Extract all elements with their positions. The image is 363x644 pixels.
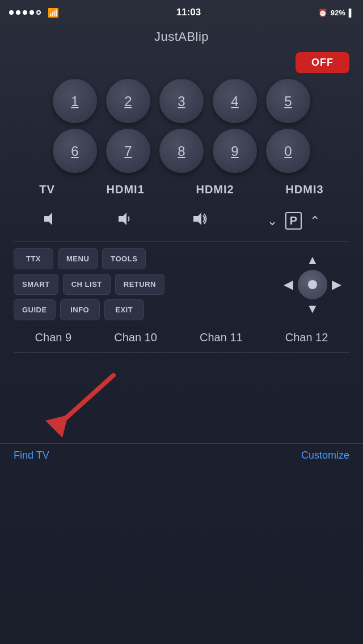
chan-11-button[interactable]: Chan 11 [200,331,243,344]
return-button[interactable]: RETURN [115,274,164,295]
volume-up-button[interactable] [187,207,214,234]
divider-1 [14,241,349,242]
smart-button[interactable]: SMART [14,274,58,295]
source-hdmi1-button[interactable]: HDMI1 [107,183,145,196]
channel-down-button[interactable]: ⌄ [261,210,283,232]
num-1-button[interactable]: 1 [53,79,97,123]
ttx-button[interactable]: TTX [14,248,53,269]
battery-percent: 92% [331,9,345,17]
num-7-button[interactable]: 7 [106,129,150,173]
channel-p-label: P [285,212,302,230]
exit-button[interactable]: EXIT [104,299,144,320]
status-time: 11:03 [176,7,201,18]
volume-up-icon [192,211,208,227]
channel-row: Chan 9 Chan 10 Chan 11 Chan 12 [0,325,363,352]
num-0-button[interactable]: 0 [266,129,310,173]
source-tv-button[interactable]: TV [39,183,55,196]
nav-center-dot [308,280,317,289]
find-tv-button[interactable]: Find TV [14,450,49,461]
source-row: TV HDMI1 HDMI2 HDMI3 [0,181,363,205]
guide-button[interactable]: GUIDE [14,299,56,320]
num-9-button[interactable]: 9 [213,129,257,173]
mute-button[interactable] [37,207,65,234]
info-button[interactable]: INFO [60,299,100,320]
off-btn-row: OFF [0,52,363,79]
chan-9-button[interactable]: Chan 9 [35,331,72,344]
volume-down-icon [117,211,133,227]
svg-marker-1 [119,213,126,225]
numpad-row-1: 1 2 3 4 5 [53,79,310,123]
dot-4 [29,10,34,15]
bottom-bar: Find TV Customize [0,443,363,473]
num-3-button[interactable]: 3 [159,79,204,123]
app-title: JustABlip [0,25,363,52]
numpad-row-2: 6 7 8 9 0 [53,129,310,173]
signal-dots [9,10,41,15]
battery-icon: ▌ [349,9,354,17]
nav-center-button[interactable] [298,270,327,299]
svg-marker-2 [193,213,201,225]
nav-middle-row: ◀ ▶ [279,270,346,299]
menu-button[interactable]: MENU [58,248,98,269]
off-button[interactable]: OFF [296,52,349,73]
dot-5 [36,10,41,15]
num-6-button[interactable]: 6 [53,129,97,173]
num-8-button[interactable]: 8 [159,129,204,173]
alarm-icon: ⏰ [318,9,327,17]
tools-button[interactable]: TOOLS [102,248,146,269]
num-2-button[interactable]: 2 [106,79,150,123]
dot-3 [23,10,27,15]
status-right: ⏰ 92% ▌ [318,9,354,17]
svg-marker-4 [45,415,68,438]
source-hdmi3-button[interactable]: HDMI3 [285,183,323,196]
ctrl-left: TTX MENU TOOLS SMART CH LIST RETURN GUID… [14,248,269,321]
num-4-button[interactable]: 4 [213,79,257,123]
source-hdmi2-button[interactable]: HDMI2 [196,183,234,196]
arrow-indicator [34,364,136,443]
customize-button[interactable]: Customize [301,450,349,461]
dot-1 [9,10,14,15]
ctrl-row-3: GUIDE INFO EXIT [14,299,269,320]
chan-12-button[interactable]: Chan 12 [285,331,328,344]
volume-row: ⌄ P ⌃ [0,205,363,241]
nav-pad: ▲ ◀ ▶ ▼ [276,248,349,321]
numpad: 1 2 3 4 5 6 7 8 9 0 [0,79,363,181]
volume-down-button[interactable] [112,207,139,234]
ctrl-row-1: TTX MENU TOOLS [14,248,269,269]
ctrl-row-2: SMART CH LIST RETURN [14,274,269,295]
dot-2 [16,10,20,15]
arrow-area [0,353,363,443]
channel-up-button[interactable]: ⌃ [304,210,326,232]
svg-marker-0 [44,213,52,225]
chlist-button[interactable]: CH LIST [63,274,111,295]
wifi-icon: 📶 [48,7,59,18]
nav-right-button[interactable]: ▶ [327,275,346,294]
control-grid: TTX MENU TOOLS SMART CH LIST RETURN GUID… [0,248,363,325]
nav-down-button[interactable]: ▼ [302,299,323,319]
mute-icon [43,211,59,227]
chan-10-button[interactable]: Chan 10 [114,331,157,344]
nav-left-button[interactable]: ◀ [279,275,298,294]
status-bar: 📶 11:03 ⏰ 92% ▌ [0,0,363,25]
status-left: 📶 [9,7,59,18]
num-5-button[interactable]: 5 [266,79,310,123]
channel-controls: ⌄ P ⌃ [261,210,326,232]
nav-up-button[interactable]: ▲ [302,251,323,270]
